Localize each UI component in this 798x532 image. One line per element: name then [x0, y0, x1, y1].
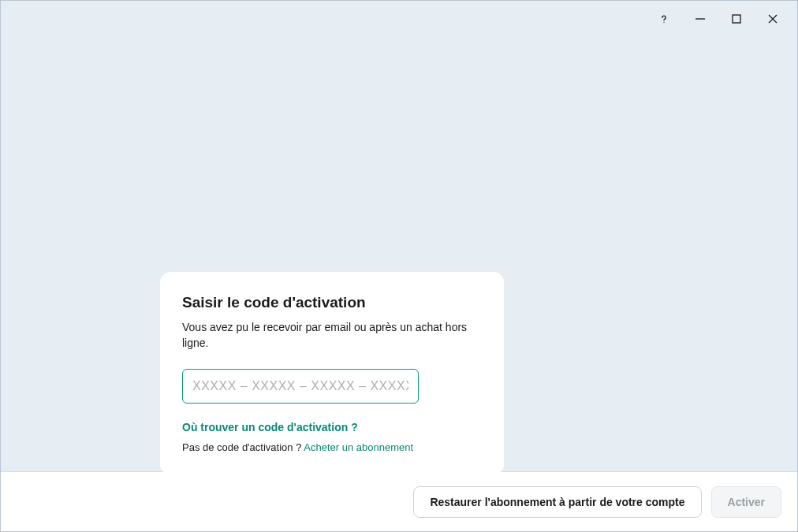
no-code-text: Pas de code d'activation ? Acheter un ab…	[182, 441, 482, 453]
where-find-code-link[interactable]: Où trouver un code d'activation ?	[182, 421, 482, 433]
help-icon	[658, 13, 669, 24]
card-title: Saisir le code d'activation	[182, 294, 482, 311]
close-icon	[767, 13, 778, 24]
card-subtitle: Vous avez pu le recevoir par email ou ap…	[182, 319, 482, 352]
titlebar	[1, 1, 797, 37]
content-area: Saisir le code d'activation Vous avez pu…	[1, 37, 797, 471]
maximize-icon	[731, 13, 742, 24]
activation-card: Saisir le code d'activation Vous avez pu…	[160, 272, 504, 475]
no-code-prefix: Pas de code d'activation ?	[182, 441, 304, 453]
activation-code-input[interactable]	[182, 369, 419, 404]
footer: Restaurer l'abonnement à partir de votre…	[1, 471, 797, 531]
minimize-button[interactable]	[682, 1, 718, 37]
activate-button[interactable]: Activer	[711, 486, 781, 518]
help-button[interactable]	[646, 1, 682, 37]
svg-point-0	[663, 22, 664, 23]
restore-subscription-button[interactable]: Restaurer l'abonnement à partir de votre…	[413, 486, 701, 518]
buy-subscription-link[interactable]: Acheter un abonnement	[304, 441, 413, 453]
close-button[interactable]	[755, 1, 791, 37]
app-window: Saisir le code d'activation Vous avez pu…	[0, 0, 798, 532]
maximize-button[interactable]	[718, 1, 755, 37]
svg-rect-2	[733, 15, 740, 23]
minimize-icon	[695, 13, 706, 24]
